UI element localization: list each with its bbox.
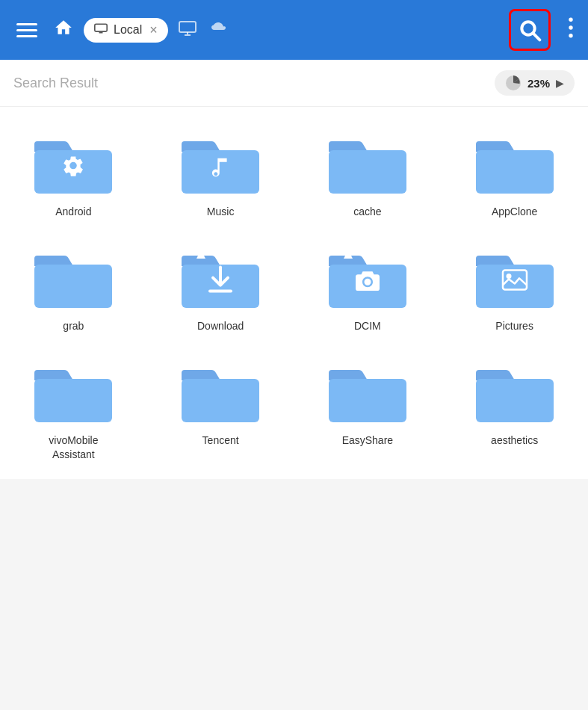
svg-rect-18 (503, 270, 527, 289)
subheader: Search Result 23% ▶ (0, 60, 588, 107)
folder-label-dcim: DCIM (354, 319, 381, 333)
folder-item-download[interactable]: Download (147, 229, 294, 343)
svg-point-4 (569, 17, 572, 21)
folder-label-download: Download (197, 319, 244, 333)
folder-label-android: Android (55, 205, 91, 218)
tab-screen-icon (94, 23, 108, 37)
svg-line-3 (533, 34, 540, 40)
hamburger-menu-button[interactable] (13, 20, 40, 40)
storage-pie-icon (505, 75, 522, 91)
folder-inner-icon-android (61, 153, 85, 177)
folder-label-easyshare: EasyShare (342, 433, 393, 447)
more-options-button[interactable] (567, 17, 575, 43)
folder-item-dcim[interactable]: DCIM (294, 229, 442, 343)
svg-marker-16 (344, 250, 353, 259)
svg-rect-22 (329, 379, 406, 422)
svg-rect-20 (34, 379, 112, 422)
svg-rect-21 (182, 379, 259, 422)
cloud-icon[interactable] (207, 20, 228, 40)
folder-label-music: Music (207, 205, 235, 218)
local-tab[interactable]: Local × (84, 18, 168, 43)
folder-item-aesthetics[interactable]: aesthetics (441, 343, 588, 471)
storage-badge[interactable]: 23% ▶ (495, 70, 575, 96)
folder-icon-pictures (470, 242, 560, 313)
folder-label-pictures: Pictures (495, 319, 533, 333)
folder-item-android[interactable]: Android (0, 114, 147, 229)
folder-inner-icon-music (209, 153, 232, 177)
folder-icon-vivo (28, 356, 118, 427)
folder-icon-appclone (470, 128, 560, 199)
folder-icon-tencent (176, 356, 265, 427)
folder-icon-dcim (323, 242, 412, 313)
folder-item-tencent[interactable]: Tencent (147, 343, 294, 471)
svg-point-19 (506, 274, 511, 279)
search-result-label: Search Result (13, 75, 98, 91)
tab-label: Local (114, 23, 142, 37)
svg-rect-1 (179, 22, 196, 32)
storage-chevron-icon: ▶ (556, 77, 564, 89)
svg-rect-12 (34, 265, 112, 308)
folder-label-grab: grab (63, 319, 84, 333)
folder-item-pictures[interactable]: Pictures (441, 229, 588, 343)
folder-grid: Android Music cache AppClone grab (0, 107, 588, 479)
folder-item-appclone[interactable]: AppClone (441, 114, 588, 229)
storage-percent-text: 23% (527, 77, 550, 90)
folder-label-cache: cache (353, 205, 381, 218)
svg-rect-23 (476, 379, 554, 422)
folder-item-easyshare[interactable]: EasyShare (294, 343, 442, 471)
folder-label-aesthetics: aesthetics (491, 433, 538, 447)
svg-point-6 (569, 34, 572, 37)
folder-icon-aesthetics (470, 356, 560, 427)
folder-icon-cache (323, 128, 412, 199)
folder-label-tencent: Tencent (202, 433, 239, 447)
svg-rect-0 (95, 24, 107, 31)
search-button[interactable] (509, 9, 551, 51)
folder-icon-easyshare (323, 356, 412, 427)
topbar: Local × (0, 0, 588, 60)
folder-label-vivo: vivoMobile Assistant (49, 433, 98, 460)
svg-marker-14 (196, 250, 205, 259)
folder-item-cache[interactable]: cache (294, 114, 442, 229)
svg-rect-11 (476, 150, 554, 194)
second-screen-icon[interactable] (179, 19, 196, 40)
folder-inner-icon-pictures (501, 268, 528, 291)
folder-icon-android (28, 128, 118, 199)
folder-item-grab[interactable]: grab (0, 229, 147, 343)
folder-label-appclone: AppClone (492, 205, 538, 218)
folder-item-vivo[interactable]: vivoMobile Assistant (0, 343, 147, 471)
folder-item-music[interactable]: Music (147, 114, 294, 229)
svg-rect-10 (329, 150, 406, 194)
tab-close-button[interactable]: × (149, 22, 158, 38)
folder-icon-music (176, 128, 265, 199)
svg-point-5 (569, 25, 572, 29)
home-icon[interactable] (54, 18, 73, 42)
folder-icon-grab (28, 242, 118, 313)
folder-icon-download (176, 242, 265, 313)
